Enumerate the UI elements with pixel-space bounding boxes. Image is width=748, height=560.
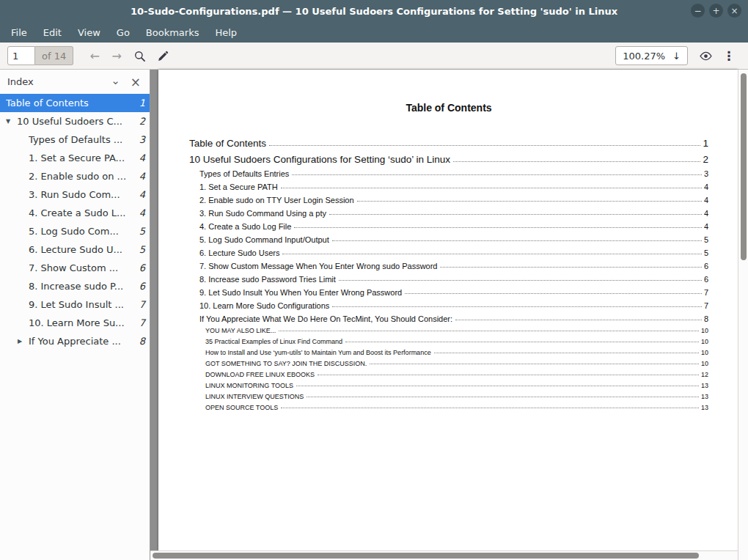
sidebar-item[interactable]: 5. Log Sudo Com... 5 bbox=[0, 222, 150, 240]
toc-entry-label: 7. Show Custom Message When You Enter Wr… bbox=[199, 262, 437, 270]
toc-entry-label: DOWNLOAD FREE LINUX EBOOKS bbox=[205, 371, 315, 378]
toc-row[interactable]: If You Appreciate What We Do Here On Tec… bbox=[189, 310, 708, 323]
expander-icon[interactable]: ▼ bbox=[6, 118, 17, 125]
annotate-button[interactable] bbox=[151, 45, 175, 66]
history-forward-button[interactable]: → bbox=[106, 45, 128, 66]
toc-row[interactable]: Table of Contents 1 bbox=[189, 133, 708, 149]
toc-list: Table of Contents 1 10 Useful Sudoers Co… bbox=[189, 133, 708, 411]
expander-icon[interactable]: ▶ bbox=[18, 338, 29, 345]
toc-dotted-leader bbox=[296, 386, 699, 386]
toc-entry-page: 13 bbox=[701, 404, 708, 411]
toc-row[interactable]: 8. Increase sudo Password Tries Limit 6 bbox=[189, 270, 708, 284]
menu-go[interactable]: Go bbox=[109, 24, 138, 41]
toc-entry-page: 13 bbox=[701, 393, 708, 400]
toc-row[interactable]: DOWNLOAD FREE LINUX EBOOKS 12 bbox=[189, 367, 708, 378]
window-controls: − + × bbox=[691, 4, 741, 18]
sidebar-item-label: Types of Defaults ... bbox=[29, 134, 122, 145]
toc-entry-page: 12 bbox=[701, 371, 708, 378]
menu-view[interactable]: View bbox=[70, 24, 109, 41]
toc-row[interactable]: 3. Run Sudo Command Using a pty 4 bbox=[189, 205, 708, 218]
maximize-button[interactable]: + bbox=[709, 4, 723, 18]
toc-row[interactable]: 4. Create a Sudo Log File 4 bbox=[189, 218, 708, 231]
sidebar-item-page: 6 bbox=[133, 281, 145, 292]
sidebar-item[interactable]: ▶ If You Appreciate ... 8 bbox=[0, 332, 150, 350]
toc-entry-label: 1. Set a Secure PATH bbox=[199, 183, 278, 191]
toc-dotted-leader bbox=[332, 240, 702, 241]
toc-row[interactable]: 10 Useful Sudoers Configurations for Set… bbox=[189, 149, 708, 165]
sidebar-item[interactable]: 9. Let Sudo Insult ... 7 bbox=[0, 295, 150, 314]
menubar: File Edit View Go Bookmarks Help bbox=[0, 22, 748, 43]
sidebar-item-page: 4 bbox=[133, 152, 145, 163]
toc-row[interactable]: 35 Practical Examples of Linux Find Comm… bbox=[189, 334, 708, 345]
page-number-input[interactable] bbox=[7, 46, 35, 65]
vertical-scrollbar[interactable] bbox=[738, 70, 748, 560]
toc-row[interactable]: LINUX INTERVIEW QUESTIONS 13 bbox=[189, 389, 708, 400]
sidebar-item[interactable]: 6. Lecture Sudo U... 5 bbox=[0, 240, 150, 259]
toc-dotted-leader bbox=[345, 342, 699, 342]
toc-row[interactable]: OPEN SOURCE TOOLS 13 bbox=[189, 400, 708, 411]
menu-file[interactable]: File bbox=[3, 24, 35, 41]
close-button[interactable]: × bbox=[727, 4, 741, 18]
pdf-viewer-window: 10-Sudo-Configurations.pdf — 10 Useful S… bbox=[0, 0, 748, 560]
search-button[interactable] bbox=[128, 45, 151, 66]
sidebar-item-label: 4. Create a Sudo L... bbox=[29, 207, 125, 218]
minimize-button[interactable]: − bbox=[691, 4, 705, 18]
toc-row[interactable]: 5. Log Sudo Command Input/Output 5 bbox=[189, 231, 708, 244]
toc-row[interactable]: 6. Lecture Sudo Users 5 bbox=[189, 244, 708, 257]
sidebar-item-page: 4 bbox=[133, 207, 145, 218]
sidebar-item-page: 6 bbox=[133, 262, 145, 273]
toc-row[interactable]: GOT SOMETHING TO SAY? JOIN THE DISCUSSIO… bbox=[189, 356, 708, 367]
toc-entry-label: 3. Run Sudo Command Using a pty bbox=[199, 209, 326, 218]
sidebar-mode-dropdown[interactable]: ⌄ bbox=[111, 74, 129, 90]
sidebar-item-label: 7. Show Custom ... bbox=[29, 262, 118, 273]
toc-entry-label: If You Appreciate What We Do Here On Tec… bbox=[199, 314, 452, 323]
sidebar-item[interactable]: ▼ 10 Useful Sudoers C... 2 bbox=[0, 112, 150, 130]
titlebar: 10-Sudo-Configurations.pdf — 10 Useful S… bbox=[0, 0, 748, 22]
menu-kebab-button[interactable]: ⋮ bbox=[717, 45, 741, 66]
sidebar-item[interactable]: Types of Defaults ... 3 bbox=[0, 130, 150, 149]
sidebar-item[interactable]: Table of Contents 1 bbox=[0, 94, 150, 112]
sidebar-item[interactable]: 10. Learn More Su... 7 bbox=[0, 314, 150, 332]
document-heading: Table of Contents bbox=[189, 102, 708, 114]
toc-dotted-leader bbox=[279, 331, 699, 331]
sidebar-item[interactable]: 2. Enable sudo on ... 4 bbox=[0, 167, 150, 185]
horizontal-scrollbar[interactable] bbox=[150, 550, 738, 560]
toc-row[interactable]: LINUX MONITORING TOOLS 13 bbox=[189, 378, 708, 389]
toc-dotted-leader bbox=[370, 364, 699, 364]
toc-row[interactable]: 7. Show Custom Message When You Enter Wr… bbox=[189, 257, 708, 270]
toc-row[interactable]: 9. Let Sudo Insult You When You Enter Wr… bbox=[189, 284, 708, 297]
toc-row[interactable]: 10. Learn More Sudo Configurations 7 bbox=[189, 297, 708, 310]
sidebar-item-page: 7 bbox=[133, 299, 145, 310]
toc-entry-label: OPEN SOURCE TOOLS bbox=[205, 404, 278, 411]
sidebar-item[interactable]: 3. Run Sudo Com... 4 bbox=[0, 185, 150, 204]
toc-entry-page: 4 bbox=[704, 196, 708, 205]
history-back-button[interactable]: ← bbox=[84, 45, 106, 66]
toc-entry-page: 5 bbox=[704, 248, 708, 257]
toc-entry-label: 35 Practical Examples of Linux Find Comm… bbox=[205, 338, 342, 345]
zoom-control[interactable]: 100.27% ↓ bbox=[615, 46, 688, 65]
menu-bookmarks[interactable]: Bookmarks bbox=[138, 24, 208, 41]
window-title: 10-Sudo-Configurations.pdf — 10 Useful S… bbox=[0, 6, 748, 17]
sidebar-item[interactable]: 4. Create a Sudo L... 4 bbox=[0, 204, 150, 222]
toc-row[interactable]: How to Install and Use ‘yum-utils’ to Ma… bbox=[189, 345, 708, 356]
view-options-button[interactable] bbox=[694, 45, 717, 66]
page-number-group: of 14 bbox=[7, 46, 73, 65]
sidebar-item[interactable]: 8. Increase sudo P... 6 bbox=[0, 277, 150, 295]
toc-dotted-leader bbox=[339, 280, 702, 281]
menu-edit[interactable]: Edit bbox=[35, 24, 70, 41]
menu-help[interactable]: Help bbox=[207, 24, 245, 41]
toc-row[interactable]: Types of Defaults Entries 3 bbox=[189, 165, 708, 178]
horizontal-scrollbar-thumb[interactable] bbox=[153, 553, 699, 559]
toc-entry-page: 4 bbox=[704, 183, 708, 191]
sidebar-item-label: 2. Enable sudo on ... bbox=[29, 171, 126, 182]
sidebar-item[interactable]: 1. Set a Secure PA... 4 bbox=[0, 149, 150, 167]
toc-row[interactable]: 1. Set a Secure PATH 4 bbox=[189, 178, 708, 191]
toc-row[interactable]: YOU MAY ALSO LIKE... 10 bbox=[189, 323, 708, 334]
sidebar-close-button[interactable]: × bbox=[129, 75, 142, 89]
toc-row[interactable]: 2. Enable sudo on TTY User Login Session… bbox=[189, 191, 708, 205]
sidebar-item[interactable]: 7. Show Custom ... 6 bbox=[0, 259, 150, 277]
eye-icon bbox=[699, 49, 713, 63]
content-area: Index ⌄ × Table of Contents 1 ▼ 10 Usefu… bbox=[0, 70, 748, 560]
vertical-scrollbar-thumb[interactable] bbox=[741, 73, 747, 260]
zoom-level-value: 100.27% bbox=[623, 51, 665, 62]
